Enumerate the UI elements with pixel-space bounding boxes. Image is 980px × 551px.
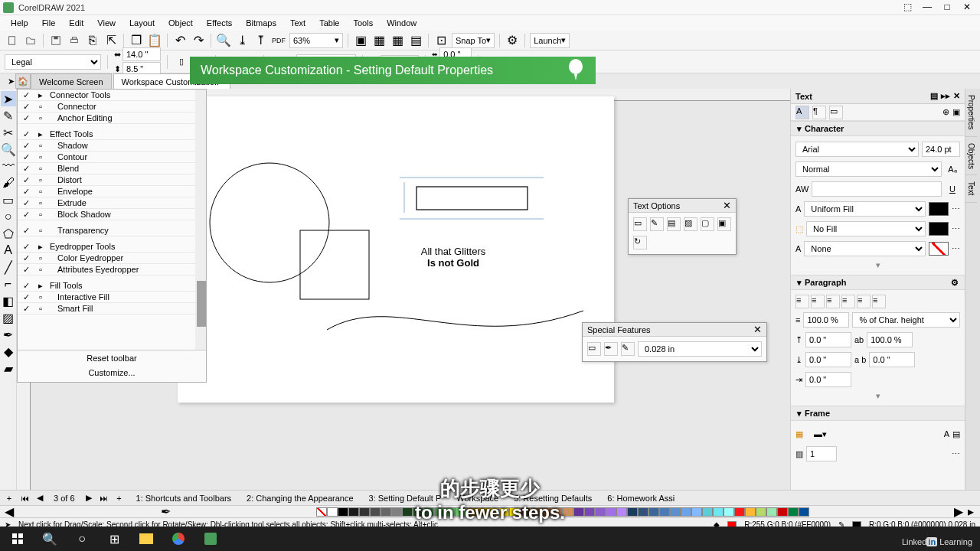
color-chip[interactable] xyxy=(584,507,595,517)
color-chip[interactable] xyxy=(681,507,691,517)
align-center[interactable]: ≡ xyxy=(826,295,840,308)
add-style-icon[interactable]: ⊕ xyxy=(942,107,949,117)
zoom-tool[interactable]: 🔍 xyxy=(1,142,16,157)
menu-table[interactable]: Table xyxy=(313,17,345,29)
coreldraw-taskbar-button[interactable] xyxy=(196,528,225,549)
sf-btn-1[interactable]: ▭ xyxy=(587,342,601,356)
docker-close-icon[interactable]: ✕ xyxy=(953,91,960,101)
color-chip[interactable] xyxy=(766,507,777,517)
no-color-chip[interactable] xyxy=(316,507,327,517)
flyout-item[interactable]: ✓▫Interactive Fill xyxy=(18,292,206,303)
frame-align-icon[interactable]: ▤ xyxy=(952,429,960,439)
color-chip[interactable] xyxy=(799,507,809,517)
bg-color-swatch[interactable] xyxy=(929,242,949,256)
text-opt-2[interactable]: ✎ xyxy=(650,217,664,231)
palette-eyedropper-icon[interactable]: ✒ xyxy=(158,504,174,520)
align-justify[interactable]: ≡ xyxy=(857,295,871,308)
menu-bitmaps[interactable]: Bitmaps xyxy=(240,17,283,29)
flyout-group[interactable]: ✓▸Effect Tools xyxy=(18,129,206,140)
paragraph-section[interactable]: ▾Paragraph⚙ xyxy=(791,275,965,290)
docker-collapse-icon[interactable]: ▸▸ xyxy=(941,91,950,101)
align-force[interactable]: ≡ xyxy=(872,295,886,308)
cortana-button[interactable]: ○ xyxy=(67,528,96,549)
font-style-dropdown[interactable]: Normal xyxy=(795,161,942,177)
menu-text[interactable]: Text xyxy=(284,17,312,29)
menu-view[interactable]: View xyxy=(91,17,122,29)
color-chip[interactable] xyxy=(691,507,702,517)
close-button[interactable]: ✕ xyxy=(960,2,974,13)
column-settings-icon[interactable]: ⋯ xyxy=(952,449,960,459)
add-page-after-button[interactable]: + xyxy=(113,492,126,504)
print-button[interactable] xyxy=(67,33,82,48)
color-chip[interactable] xyxy=(370,507,381,517)
shape-tool[interactable]: ✎ xyxy=(1,108,16,123)
flyout-item[interactable]: ✓▫Color Eyedropper xyxy=(18,253,206,264)
color-chip[interactable] xyxy=(734,507,745,517)
first-page-button[interactable]: ⏮ xyxy=(18,492,31,504)
search-button[interactable]: 🔍 xyxy=(35,528,64,549)
pick-tool-small[interactable]: ➤ xyxy=(3,73,18,89)
new-button[interactable] xyxy=(5,33,20,48)
color-chip[interactable] xyxy=(606,507,616,517)
options-button[interactable]: ⚙ xyxy=(505,33,520,48)
options-icon[interactable]: ▣ xyxy=(952,107,960,117)
outline-color-swatch[interactable] xyxy=(929,222,949,236)
transparency-tool[interactable]: ▨ xyxy=(1,310,16,325)
fill-type-dropdown[interactable]: Uniform Fill xyxy=(804,201,926,217)
after-para-input[interactable] xyxy=(805,352,851,367)
page-tab[interactable]: 2: Changing the Appearance xyxy=(239,491,361,505)
flyout-item[interactable]: ✓▫Extrude xyxy=(18,197,206,209)
color-chip[interactable] xyxy=(702,507,713,517)
kerning-input[interactable] xyxy=(812,181,942,197)
flyout-item[interactable]: ✓▫Transparency xyxy=(18,225,206,236)
page-preset-dropdown[interactable]: Legal xyxy=(5,54,101,70)
crop-tool[interactable]: ✂ xyxy=(1,125,16,140)
color-chip[interactable] xyxy=(402,507,413,517)
para-mode-icon[interactable]: ¶ xyxy=(812,106,826,119)
vtab-properties[interactable]: Properties xyxy=(965,89,977,137)
flyout-item[interactable]: ✓▫Distort xyxy=(18,174,206,186)
color-chip[interactable] xyxy=(745,507,756,517)
color-chip[interactable] xyxy=(713,507,724,517)
fill-more-icon[interactable]: ⋯ xyxy=(952,204,960,214)
color-chip[interactable] xyxy=(359,507,370,517)
flyout-group[interactable]: ✓▸Connector Tools xyxy=(18,90,206,101)
open-button[interactable] xyxy=(23,33,38,48)
guidelines-toggle[interactable]: ▤ xyxy=(408,33,423,48)
copy-button[interactable]: ❐ xyxy=(129,33,144,48)
vtab-objects[interactable]: Objects xyxy=(965,137,977,176)
redo-button[interactable]: ↷ xyxy=(191,33,206,48)
palette-expand[interactable]: ▸ xyxy=(965,506,977,518)
polygon-tool[interactable]: ⬠ xyxy=(1,226,16,241)
color-chip[interactable] xyxy=(348,507,359,517)
flyout-item[interactable]: ✓▫Shadow xyxy=(18,140,206,152)
frame-dir-icon[interactable]: ▬▾ xyxy=(814,429,844,439)
columns-input[interactable] xyxy=(806,446,837,461)
menu-effects[interactable]: Effects xyxy=(201,17,238,29)
page-tab[interactable]: 6: Homework Assi xyxy=(599,491,682,505)
align-right[interactable]: ≡ xyxy=(841,295,855,308)
welcome-tab[interactable]: Welcome Screen xyxy=(31,73,112,89)
pick-tool[interactable]: ➤ xyxy=(1,91,16,106)
char-spacing-input[interactable] xyxy=(867,332,913,347)
text-frame-icon[interactable]: ▦ xyxy=(795,429,811,439)
word-spacing-input[interactable] xyxy=(869,352,915,367)
launch-dropdown[interactable]: Launch ▾ xyxy=(530,33,570,48)
all-caps-icon[interactable]: Aₐ xyxy=(945,165,960,174)
palette-scroll-right[interactable]: ▶ xyxy=(952,506,965,518)
interactive-fill-tool[interactable]: ◆ xyxy=(1,344,16,359)
page-width-input[interactable] xyxy=(122,47,161,61)
snap-off-icon[interactable]: ⊡ xyxy=(433,33,449,48)
chrome-button[interactable] xyxy=(164,528,193,549)
zoom-level[interactable]: 63%▾ xyxy=(289,33,343,48)
grid-toggle[interactable]: ▦ xyxy=(390,33,405,48)
menu-edit[interactable]: Edit xyxy=(63,17,90,29)
text-options-close[interactable]: ✕ xyxy=(723,200,731,211)
fullscreen-button[interactable]: ▣ xyxy=(353,33,368,48)
docker-menu-icon[interactable]: ▤ xyxy=(930,91,938,101)
text-opt-6[interactable]: ▣ xyxy=(717,217,731,231)
bg-type-dropdown[interactable]: None xyxy=(804,241,926,256)
artistic-media-tool[interactable]: 🖌 xyxy=(1,175,16,191)
sf-pen-icon[interactable]: ✎ xyxy=(621,342,635,356)
color-chip[interactable] xyxy=(338,507,348,517)
